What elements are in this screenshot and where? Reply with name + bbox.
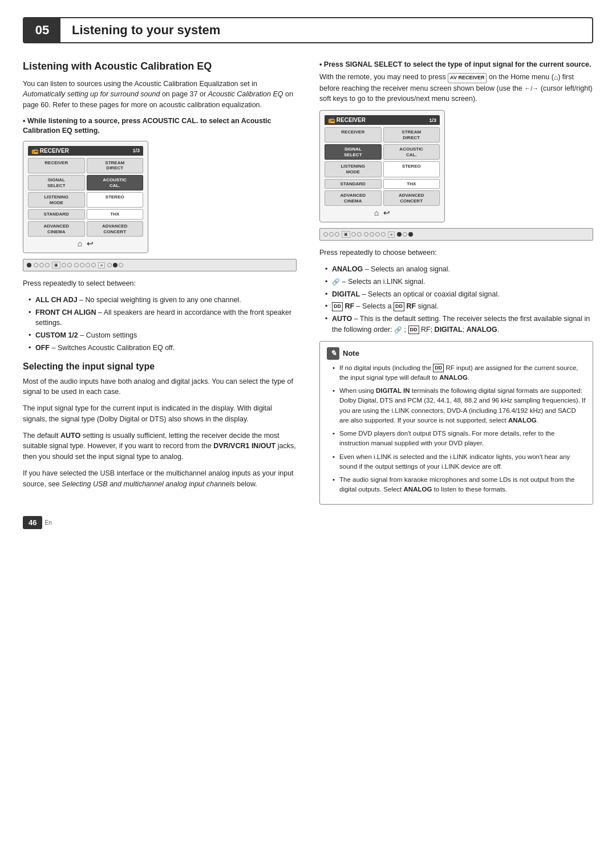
receiver-btn-advanced-concert-r[interactable]: ADVANCEDCONCERT bbox=[383, 190, 440, 206]
receiver-btn-listening-mode[interactable]: LISTENINGMODE bbox=[28, 192, 85, 208]
left-column: Listening with Acoustic Calibration EQ Y… bbox=[23, 60, 297, 505]
chapter-title: Listening to your system bbox=[60, 18, 232, 42]
receiver-btn-acoustic-cal-r[interactable]: ACOUSTICCAL. bbox=[383, 144, 440, 160]
sr-dot-1 bbox=[323, 232, 328, 237]
bullet-analog: ANALOG – Selects an analog signal. bbox=[325, 264, 593, 275]
note-list: If no digital inputs (including the DD R… bbox=[327, 363, 586, 495]
sr-dot-5 bbox=[357, 232, 362, 237]
strip-dot-8 bbox=[86, 263, 90, 267]
receiver-grid-right: RECEIVER STREAMDIRECT SIGNALSELECT ACOUS… bbox=[325, 127, 440, 206]
section-title-acoustic: Listening with Acoustic Calibration EQ bbox=[23, 60, 297, 73]
strip-seg-2: ≡ bbox=[98, 262, 105, 269]
dts-icon: DD bbox=[332, 302, 343, 311]
sr-dot-9 bbox=[381, 232, 386, 237]
receiver-btn-signal-select[interactable]: SIGNALSELECT bbox=[28, 175, 85, 190]
strip-group-1 bbox=[27, 263, 31, 267]
note-icon: ✎ bbox=[327, 347, 339, 360]
press-text-right: Press repeatedly to choose between: bbox=[319, 247, 593, 258]
receiver-btn-thx-r[interactable]: THX bbox=[383, 179, 440, 189]
strip-group-2 bbox=[34, 263, 50, 267]
strip-group-r5 bbox=[397, 232, 413, 237]
page-header: 05 Listening to your system bbox=[23, 17, 593, 43]
strip-group-r4: ≡ bbox=[388, 231, 395, 238]
strip-mockup-left: ▣ ≡ bbox=[23, 259, 297, 271]
intro-right: With the remote, you may need to press A… bbox=[319, 72, 593, 104]
bullet-item-all-ch-adj: ALL CH ADJ – No special weighting is giv… bbox=[29, 295, 297, 306]
note-item-2: When using DIGITAL IN terminals the foll… bbox=[333, 386, 586, 425]
strip-dot-filled bbox=[27, 263, 31, 267]
bullet-digital: DIGITAL – Selects an optical or coaxial … bbox=[325, 289, 593, 300]
receiver-nav-left: ⌂ ↩ bbox=[28, 239, 143, 248]
bullet-auto: AUTO – This is the default setting. The … bbox=[325, 314, 593, 335]
bullet-dts-rf: DD RF – Selects a DD RF signal. bbox=[325, 301, 593, 312]
receiver-btn-stream-direct[interactable]: STREAMDIRECT bbox=[87, 158, 144, 173]
press-text-left: Press repeatedly to select between: bbox=[23, 278, 297, 289]
bullet-item-custom: CUSTOM 1/2 – Custom settings bbox=[29, 330, 297, 341]
receiver-page-left: 1/3 bbox=[132, 148, 140, 153]
strip-dot-6 bbox=[74, 263, 79, 267]
right-bullet-heading: • Press SIGNAL SELECT to select the type… bbox=[319, 60, 593, 68]
receiver-btn-thx[interactable]: THX bbox=[87, 209, 144, 220]
bullet-list-acoustic: ALL CH ADJ – No special weighting is giv… bbox=[23, 295, 297, 354]
receiver-btn-signal-select-r[interactable]: SIGNALSELECT bbox=[325, 144, 382, 160]
strip-group-5: ≡ bbox=[98, 262, 105, 269]
strip-group-4 bbox=[74, 263, 96, 267]
ilink-icon-2: 🔗 bbox=[394, 325, 402, 335]
note-box: ✎ Note If no digital inputs (including t… bbox=[319, 341, 593, 505]
home-icon-inline: ⌂ bbox=[554, 72, 558, 83]
strip-group-6 bbox=[107, 263, 123, 267]
receiver-btn-standard-r[interactable]: STANDARD bbox=[325, 179, 382, 189]
receiver-btn-listening-mode-r[interactable]: LISTENINGMODE bbox=[325, 161, 382, 177]
strip-seg-1: ▣ bbox=[52, 262, 60, 269]
receiver-page-right: 1/3 bbox=[429, 117, 436, 123]
receiver-btn-acoustic-cal[interactable]: ACOUSTICCAL. bbox=[87, 175, 144, 190]
note-header: ✎ Note bbox=[327, 347, 586, 360]
receiver-btn-stereo[interactable]: STEREO bbox=[87, 192, 144, 208]
note-item-3: Some DVD players don't output DTS signal… bbox=[333, 429, 586, 449]
strip-group-r3 bbox=[364, 232, 386, 237]
receiver-btn-stream-direct-r[interactable]: STREAMDIRECT bbox=[383, 127, 440, 143]
receiver-btn-advanced-cinema-r[interactable]: ADVANCEDCINEMA bbox=[325, 190, 382, 206]
note-item-4: Even when i.LINK is selected and the i.L… bbox=[333, 452, 586, 472]
receiver-btn-advanced-concert[interactable]: ADVANCEDCONCERT bbox=[87, 221, 144, 237]
intro-text: You can listen to sources using the Acou… bbox=[23, 79, 297, 111]
cursor-icons: ←/→ bbox=[524, 84, 538, 94]
sr-dot-11 bbox=[403, 232, 407, 237]
strip-dot-11 bbox=[113, 263, 117, 267]
bullet-heading-acoustic: • While listening to a source, press ACO… bbox=[23, 116, 297, 136]
receiver-mockup-left: 📻 RECEIVER 1/3 RECEIVER STREAMDIRECT SIG… bbox=[23, 141, 148, 253]
subsection-text3: The default AUTO setting is usually suff… bbox=[23, 430, 297, 462]
page-sub: En bbox=[44, 519, 51, 526]
receiver-btn-stereo-r[interactable]: STEREO bbox=[383, 161, 440, 177]
ilink-icon: 🔗 bbox=[332, 277, 340, 287]
receiver-icon: 📻 RECEIVER bbox=[31, 148, 69, 154]
strip-dot-5 bbox=[67, 263, 72, 267]
note-item-1: If no digital inputs (including the DD R… bbox=[333, 363, 586, 383]
receiver-icon-right: 📻 RECEIVER bbox=[328, 117, 366, 123]
bullet-item-front-ch: FRONT CH ALIGN – All speakers are heard … bbox=[29, 307, 297, 329]
receiver-grid-left: RECEIVER STREAMDIRECT SIGNALSELECT ACOUS… bbox=[28, 158, 143, 237]
strip-dot-7 bbox=[80, 263, 84, 267]
page-number: 46 bbox=[23, 516, 42, 529]
sr-dot-2 bbox=[329, 232, 334, 237]
main-content: Listening with Acoustic Calibration EQ Y… bbox=[23, 60, 593, 505]
receiver-btn-receiver-r[interactable]: RECEIVER bbox=[325, 127, 382, 143]
receiver-btn-receiver[interactable]: RECEIVER bbox=[28, 158, 85, 173]
strip-dot-3 bbox=[45, 263, 50, 267]
receiver-btn-advanced-cinema[interactable]: ADVANCEDCINEMA bbox=[28, 221, 85, 237]
strip-dot-9 bbox=[91, 263, 96, 267]
sr-seg-1: ▣ bbox=[342, 231, 350, 238]
sr-seg-2: ≡ bbox=[388, 231, 395, 238]
sr-dot-4 bbox=[351, 232, 356, 237]
strip-dot-12 bbox=[119, 263, 123, 267]
receiver-header-left: 📻 RECEIVER 1/3 bbox=[28, 146, 143, 156]
sr-dot-7 bbox=[370, 232, 374, 237]
note-label: Note bbox=[343, 349, 359, 358]
return-icon-r: ↩ bbox=[383, 208, 390, 217]
right-column: • Press SIGNAL SELECT to select the type… bbox=[319, 60, 593, 505]
receiver-btn-standard[interactable]: STANDARD bbox=[28, 209, 85, 220]
strip-dot-2 bbox=[39, 263, 44, 267]
dts-icon-note: DD bbox=[433, 364, 444, 373]
strip-group-r1 bbox=[323, 232, 339, 237]
home-icon: ⌂ bbox=[78, 239, 82, 248]
